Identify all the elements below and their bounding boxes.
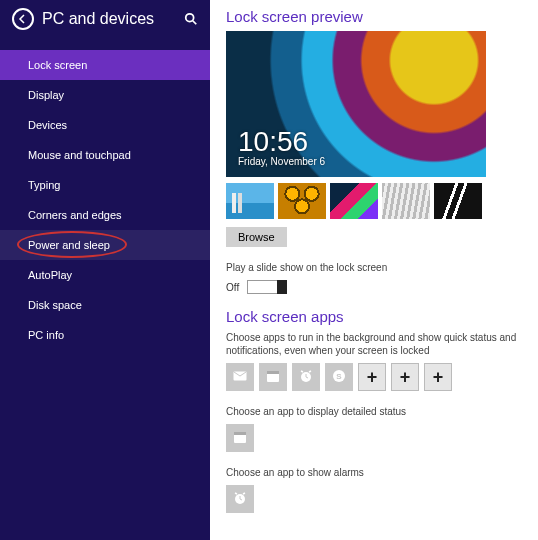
detailed-status-desc: Choose an app to display detailed status [226,405,522,418]
alarm-icon [232,490,248,508]
add-app-slot[interactable]: + [391,363,419,391]
sidebar-item-label: Typing [28,179,60,191]
preview-clock: 10:56 Friday, November 6 [238,128,325,167]
sidebar-item-label: Lock screen [28,59,87,71]
wallpaper-thumb-2[interactable] [278,183,326,219]
section-title-apps: Lock screen apps [226,308,522,325]
skype-icon: S [331,368,347,386]
add-app-slot[interactable]: + [358,363,386,391]
lockscreen-preview: 10:56 Friday, November 6 [226,31,486,177]
quick-status-row: S+++ [226,363,522,391]
slideshow-toggle-row: Off [226,280,522,294]
settings-app: PC and devices Lock screenDisplayDevices… [0,0,538,540]
sidebar-item-label: Devices [28,119,67,131]
sidebar-title: PC and devices [42,10,184,28]
detailed-status-row [226,424,522,452]
wallpaper-thumb-1[interactable] [226,183,274,219]
alarm-icon [298,368,314,386]
quick-status-slot[interactable] [259,363,287,391]
sidebar: PC and devices Lock screenDisplayDevices… [0,0,210,540]
alarm-app-row [226,485,522,513]
sidebar-item-label: AutoPlay [28,269,72,281]
slideshow-toggle[interactable] [247,280,287,294]
sidebar-item-label: Disk space [28,299,82,311]
sidebar-item-label: Mouse and touchpad [28,149,131,161]
browse-button[interactable]: Browse [226,227,287,247]
sidebar-item-lock-screen[interactable]: Lock screen [0,50,210,80]
clock-time: 10:56 [238,128,325,156]
plus-icon: + [367,368,378,386]
sidebar-item-disk-space[interactable]: Disk space [0,290,210,320]
toggle-knob [277,280,287,294]
plus-icon: + [433,368,444,386]
wallpaper-thumb-3[interactable] [330,183,378,219]
wallpaper-thumbnails [226,183,522,219]
slideshow-state: Off [226,282,239,293]
sidebar-item-pc-info[interactable]: PC info [0,320,210,350]
slideshow-label: Play a slide show on the lock screen [226,261,522,274]
sidebar-item-mouse-touchpad[interactable]: Mouse and touchpad [0,140,210,170]
sidebar-item-corners-edges[interactable]: Corners and edges [0,200,210,230]
search-icon[interactable] [184,12,198,26]
sidebar-item-label: Power and sleep [28,239,110,251]
sidebar-item-display[interactable]: Display [0,80,210,110]
svg-line-1 [193,21,197,25]
quick-status-slot[interactable] [226,363,254,391]
detailed-status-slot[interactable] [226,424,254,452]
quick-status-slot[interactable] [292,363,320,391]
alarm-app-desc: Choose an app to show alarms [226,466,522,479]
calendar-icon [265,368,281,386]
quick-status-desc: Choose apps to run in the background and… [226,331,522,357]
wallpaper-thumb-4[interactable] [382,183,430,219]
sidebar-header: PC and devices [0,8,210,40]
sidebar-nav: Lock screenDisplayDevicesMouse and touch… [0,50,210,350]
mail-icon [232,368,248,386]
plus-icon: + [400,368,411,386]
content-panel: Lock screen preview 10:56 Friday, Novemb… [210,0,538,540]
svg-point-0 [186,14,194,22]
sidebar-item-label: Corners and edges [28,209,122,221]
sidebar-item-autoplay[interactable]: AutoPlay [0,260,210,290]
alarm-app-slot[interactable] [226,485,254,513]
sidebar-item-typing[interactable]: Typing [0,170,210,200]
svg-rect-4 [267,371,279,374]
svg-text:S: S [336,372,342,381]
sidebar-item-devices[interactable]: Devices [0,110,210,140]
calendar-icon [232,429,248,447]
svg-rect-9 [234,432,246,435]
quick-status-slot[interactable]: S [325,363,353,391]
sidebar-item-label: Display [28,89,64,101]
sidebar-item-label: PC info [28,329,64,341]
sidebar-item-power-sleep[interactable]: Power and sleep [0,230,210,260]
back-button[interactable] [12,8,34,30]
add-app-slot[interactable]: + [424,363,452,391]
clock-date: Friday, November 6 [238,156,325,167]
wallpaper-thumb-5[interactable] [434,183,482,219]
section-title-preview: Lock screen preview [226,8,522,25]
